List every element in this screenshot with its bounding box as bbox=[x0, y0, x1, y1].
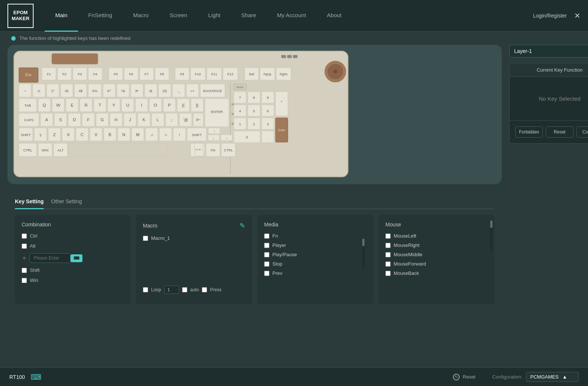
svg-text:Esc: Esc bbox=[25, 73, 32, 77]
main-nav: Main FnSetting Macro Screen Light Share … bbox=[45, 0, 533, 32]
svg-text:PgUp: PgUp bbox=[263, 73, 271, 76]
media-stop: Stop bbox=[264, 261, 366, 267]
config-dropdown[interactable]: PCMGAMES ▲ bbox=[526, 372, 579, 382]
mousemiddle-label: MouseMiddle bbox=[394, 252, 422, 257]
nav-main[interactable]: Main bbox=[45, 0, 78, 32]
mouse-title: Mouse bbox=[385, 222, 488, 227]
device-icon: ⌨ bbox=[31, 373, 41, 382]
svg-text:P: P bbox=[168, 103, 171, 107]
tab-other-setting[interactable]: Other Setting bbox=[51, 195, 82, 209]
svg-text:]}: ]} bbox=[196, 103, 198, 107]
svg-text:R: R bbox=[84, 103, 87, 107]
svg-text:O: O bbox=[154, 103, 157, 107]
svg-text:NmLk: NmLk bbox=[237, 85, 244, 89]
svg-text:WIN: WIN bbox=[42, 148, 49, 152]
loop-label: Loop bbox=[151, 287, 161, 292]
svg-text:9(: 9( bbox=[149, 89, 153, 93]
svg-text:,<: ,< bbox=[150, 133, 153, 137]
player-checkbox[interactable] bbox=[264, 243, 269, 248]
svg-text:F10: F10 bbox=[195, 72, 201, 76]
svg-text:↓: ↓ bbox=[213, 137, 215, 140]
combination-title: Combination bbox=[22, 222, 124, 227]
mouse-scrollbar[interactable] bbox=[490, 220, 492, 250]
alt-checkbox[interactable] bbox=[22, 244, 27, 249]
key-function-footer: Forbidden Reset Confirm bbox=[510, 120, 588, 143]
prev-checkbox[interactable] bbox=[264, 271, 269, 276]
svg-text:F7: F7 bbox=[145, 72, 149, 76]
reset-bottom-button[interactable]: ↻ Reset bbox=[453, 374, 475, 380]
svg-text:4: 4 bbox=[239, 109, 241, 113]
shift-checkbox[interactable] bbox=[22, 268, 27, 273]
svg-text:E: E bbox=[71, 103, 74, 107]
keyboard-area: Esc F1 F2 F3 F4 F5 F6 F7 F8 bbox=[7, 45, 502, 310]
svg-rect-189 bbox=[69, 143, 168, 156]
stop-checkbox[interactable] bbox=[264, 261, 269, 267]
layer-dropdown[interactable]: Layer-1 ▼ bbox=[509, 45, 588, 57]
layer-label: Layer-1 bbox=[514, 48, 532, 54]
ctrl-checkbox[interactable] bbox=[22, 233, 27, 239]
macro-edit-icon[interactable]: ✎ bbox=[240, 222, 245, 230]
media-scroll-thumb[interactable] bbox=[362, 239, 365, 246]
svg-text:Enter: Enter bbox=[278, 129, 285, 132]
svg-text:F6: F6 bbox=[129, 72, 133, 76]
mouseright-checkbox[interactable] bbox=[385, 243, 391, 248]
media-scrollbar[interactable] bbox=[362, 239, 365, 269]
fn-checkbox[interactable] bbox=[264, 233, 269, 239]
svg-text:D: D bbox=[73, 117, 76, 122]
playpause-label: Play/Pause bbox=[272, 252, 297, 257]
svg-text:M: M bbox=[136, 132, 139, 137]
combo-alt: Alt bbox=[22, 243, 124, 249]
win-checkbox[interactable] bbox=[22, 278, 27, 283]
nav-macro[interactable]: Macro bbox=[123, 0, 159, 32]
confirm-button[interactable]: Confirm bbox=[576, 126, 588, 138]
svg-text:PgDn: PgDn bbox=[280, 73, 288, 76]
nav-fnsetting[interactable]: FnSetting bbox=[78, 0, 123, 32]
svg-rect-7 bbox=[293, 55, 297, 58]
mouse-scroll-thumb[interactable] bbox=[490, 220, 492, 228]
nav-about[interactable]: About bbox=[316, 0, 352, 32]
mouse-back: MouseBack bbox=[385, 270, 488, 276]
mouseback-checkbox[interactable] bbox=[385, 271, 391, 276]
media-playpause: Play/Pause bbox=[264, 252, 366, 257]
auto-checkbox[interactable] bbox=[182, 287, 187, 292]
close-button[interactable]: ✕ bbox=[574, 11, 581, 20]
tab-key-setting[interactable]: Key Setting bbox=[15, 195, 44, 209]
mouseleft-checkbox[interactable] bbox=[385, 233, 391, 239]
svg-text:5: 5 bbox=[253, 109, 255, 113]
nav-screen[interactable]: Screen bbox=[159, 0, 198, 32]
svg-text:K: K bbox=[143, 117, 146, 122]
bottom-bar: RT100 ⌨ ↻ Reset Configuration: PCMGAMES … bbox=[0, 367, 588, 386]
svg-text:.>: .> bbox=[164, 133, 167, 137]
mouseforward-checkbox[interactable] bbox=[385, 261, 391, 267]
svg-text:'@: '@ bbox=[183, 118, 188, 122]
svg-text:[{: [{ bbox=[182, 103, 185, 107]
svg-rect-197 bbox=[195, 150, 203, 156]
notice-dot bbox=[11, 36, 16, 41]
nav-myaccount[interactable]: My Account bbox=[267, 0, 317, 32]
macro1-checkbox[interactable] bbox=[143, 236, 148, 241]
mousemiddle-checkbox[interactable] bbox=[385, 252, 391, 257]
key-function-header: Current Key Function bbox=[510, 63, 588, 77]
shift-label: Shift bbox=[30, 267, 45, 273]
macro1-label: Macro_1 bbox=[151, 235, 170, 241]
key-input-field[interactable] bbox=[29, 253, 71, 263]
cards-grid: Combination Ctrl Alt + ⌨ Shift bbox=[7, 215, 502, 310]
reset-button[interactable]: Reset bbox=[546, 126, 573, 138]
nav-share[interactable]: Share bbox=[231, 0, 266, 32]
svg-text:V: V bbox=[95, 132, 98, 137]
nav-light[interactable]: Light bbox=[198, 0, 231, 32]
loop-checkbox[interactable] bbox=[143, 287, 148, 292]
mouse-middle: MouseMiddle bbox=[385, 252, 488, 257]
press-checkbox[interactable] bbox=[202, 287, 207, 292]
svg-text:FN: FN bbox=[211, 148, 215, 152]
svg-rect-5 bbox=[281, 55, 286, 58]
playpause-checkbox[interactable] bbox=[264, 252, 269, 257]
keyboard-icon-button[interactable]: ⌨ bbox=[71, 254, 82, 262]
loop-count[interactable] bbox=[164, 286, 179, 294]
svg-text:I: I bbox=[141, 103, 142, 107]
macro-item-1: Macro_1 bbox=[143, 235, 245, 241]
svg-text:N: N bbox=[122, 132, 125, 137]
login-register-button[interactable]: Login/Register bbox=[533, 13, 567, 19]
svg-text:SHIFT: SHIFT bbox=[21, 133, 31, 137]
forbidden-button[interactable]: Forbidden bbox=[515, 126, 543, 138]
